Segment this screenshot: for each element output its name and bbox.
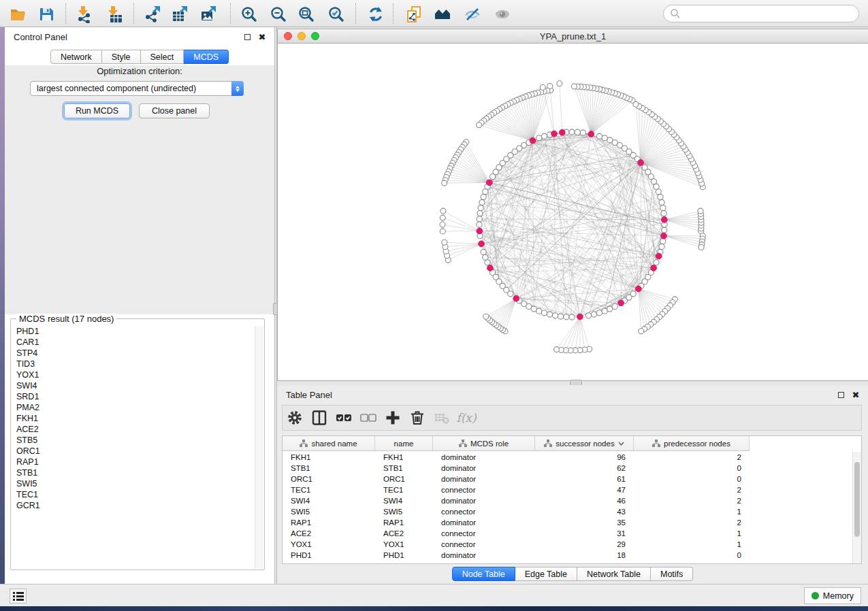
table-row[interactable]: ACE2ACE2connector311 [283,528,852,539]
delete-column-icon[interactable] [405,408,430,428]
table-cell: 2 [634,497,750,505]
scrollbar-thumb[interactable] [854,462,860,537]
mcds-result-item[interactable]: YOX1 [12,369,255,380]
table-cell: ACE2 [375,529,433,538]
search-input[interactable] [663,5,859,22]
table-cell: ORC1 [283,475,375,483]
export-network-icon[interactable] [142,5,163,24]
close-panel-icon[interactable]: ✖ [850,389,861,400]
tab-style[interactable]: Style [102,50,141,64]
mcds-result-item[interactable]: STP4 [12,348,255,359]
show-all-icon[interactable] [492,5,513,24]
table-cell: SWI5 [375,508,433,516]
import-network-icon[interactable] [74,5,95,24]
column-header-label: MCDS role [470,440,509,448]
criterion-dropdown[interactable]: largest connected component (undirected) [30,81,244,96]
table-cell: 31 [535,529,634,538]
column-header-MCDS-role[interactable]: MCDS role [433,436,535,450]
close-panel-icon[interactable]: ✖ [257,31,268,42]
table-cell: 0 [634,475,750,483]
table-row[interactable]: STB1STB1dominator620 [283,463,852,474]
run-mcds-button[interactable]: Run MCDS [64,103,130,118]
mcds-list-scrollbar[interactable] [255,326,263,569]
mcds-result-item[interactable]: GCR1 [12,500,255,511]
float-panel-icon[interactable] [835,389,846,400]
table-cell: 47 [535,486,634,494]
mcds-result-item[interactable]: PHD1 [12,326,255,337]
mcds-result-item[interactable]: STB5 [12,435,255,446]
table-row[interactable]: YOX1YOX1connector291 [283,539,852,550]
add-column-icon[interactable] [381,408,405,428]
table-row[interactable]: RAP1RAP1dominator352 [283,517,852,528]
node-table: shared namenameMCDS rolesuccessor nodesp… [282,435,862,564]
table-row[interactable]: SWI4SWI4dominator462 [283,495,852,506]
ui-settings-menu-button[interactable] [10,589,27,604]
table-cell: dominator [433,497,535,505]
mcds-result-item[interactable]: SWI4 [12,380,255,391]
mcds-result-item[interactable]: TEC1 [12,489,255,500]
refresh-view-icon[interactable] [365,5,387,24]
mcds-result-item[interactable]: CAR1 [12,337,255,348]
save-session-icon[interactable] [35,5,57,24]
select-all-rows-icon[interactable] [332,408,356,428]
mcds-result-item[interactable]: PMA2 [12,402,255,413]
open-file-icon[interactable] [7,5,29,24]
export-table-icon[interactable] [169,5,191,24]
mcds-result-item[interactable]: TID3 [12,359,255,369]
mcds-result-item[interactable]: SWI5 [12,478,255,489]
tab-mcds[interactable]: MCDS [184,50,229,64]
table-row[interactable]: TEC1TEC1connector472 [283,484,852,495]
mcds-result-item[interactable]: FKH1 [12,413,255,424]
mcds-result-item[interactable]: SRD1 [12,391,255,402]
column-header-name[interactable]: name [375,436,433,450]
table-cell: FKH1 [283,453,375,461]
table-row[interactable]: SWI5SWI5connector431 [283,506,852,517]
table-scrollbar[interactable] [852,452,861,563]
float-panel-icon[interactable] [242,31,253,42]
table-cell: dominator [433,453,535,461]
tab-select[interactable]: Select [141,50,184,64]
close-panel-button[interactable]: Close panel [139,103,210,118]
network-window-titlebar[interactable]: YPA_prune.txt_1 [278,29,868,44]
column-header-shared-name[interactable]: shared name [283,436,375,450]
export-image-icon[interactable] [197,5,219,24]
table-row[interactable]: FKH1FKH1dominator962 [283,452,852,463]
column-header-label: predecessor nodes [664,440,730,448]
column-type-icon [652,440,660,447]
import-table-icon[interactable] [103,5,125,24]
hide-selected-icon[interactable] [462,5,483,24]
zoom-selected-icon[interactable] [325,5,347,24]
table-settings-gear-icon[interactable] [283,408,307,428]
tab-motifs[interactable]: Motifs [651,567,693,581]
table-cell: 0 [634,464,750,472]
mcds-result-list[interactable]: PHD1CAR1STP4TID3YOX1SWI4SRD1PMA2FKH1ACE2… [12,326,255,569]
tab-edge-table[interactable]: Edge Table [515,567,577,581]
table-row[interactable]: PHD1PHD1dominator180 [283,550,852,561]
first-neighbors-icon[interactable] [432,5,453,24]
zoom-fit-icon[interactable] [295,5,317,24]
table-cell: 1 [634,508,750,516]
column-layout-icon[interactable] [307,408,332,428]
sort-descending-icon [618,442,624,446]
table-cell: dominator [433,551,535,559]
column-header-successor-nodes[interactable]: successor nodes [535,436,634,450]
zoom-in-icon[interactable] [238,5,260,24]
copy-network-view-icon[interactable] [403,5,425,24]
column-header-label: shared name [311,440,357,448]
optimization-criterion-label: Optimization criterion: [5,66,274,76]
tab-network-table[interactable]: Network Table [577,567,651,581]
column-header-predecessor-nodes[interactable]: predecessor nodes [634,436,750,450]
tab-network[interactable]: Network [50,50,102,64]
table-cell: connector [433,508,535,516]
mcds-result-item[interactable]: ORC1 [12,446,255,457]
table-row[interactable]: ORC1ORC1dominator610 [283,474,852,484]
mcds-result-item[interactable]: RAP1 [12,457,255,467]
memory-button[interactable]: Memory [804,587,861,604]
deselect-all-rows-icon[interactable] [356,408,381,428]
mcds-result-item[interactable]: ACE2 [12,424,255,435]
tab-node-table[interactable]: Node Table [452,567,515,581]
zoom-out-icon[interactable] [268,5,289,24]
network-canvas[interactable] [278,44,868,380]
mcds-result-item[interactable]: STB1 [12,467,255,478]
table-panel-header: Table Panel ✖ [277,385,868,404]
